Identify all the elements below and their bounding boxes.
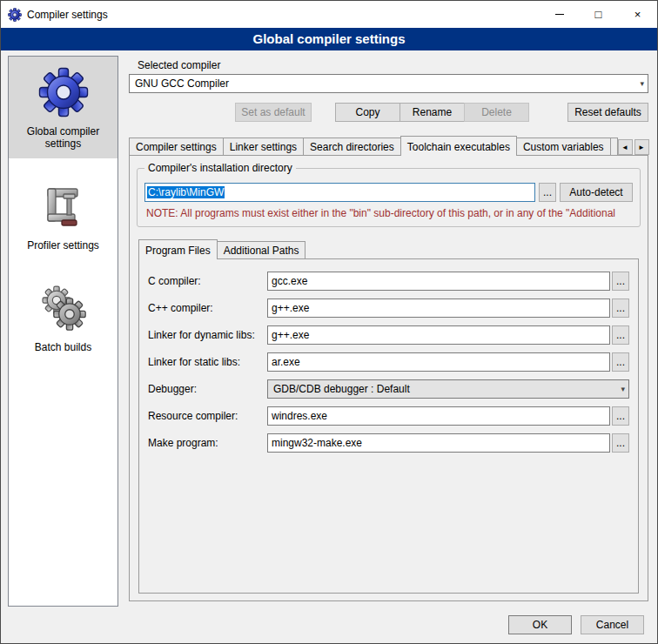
tab-scroll-right-button[interactable]: ►: [634, 139, 649, 155]
c-compiler-input[interactable]: [267, 272, 610, 291]
tab-scroll-left-button[interactable]: ◄: [618, 139, 633, 155]
tab-toolchain-executables[interactable]: Toolchain executables: [400, 136, 517, 156]
browse-resource-compiler-button[interactable]: ...: [612, 406, 629, 426]
cancel-button[interactable]: Cancel: [581, 615, 644, 634]
debugger-select-value: GDB/CDB debugger : Default: [273, 383, 617, 395]
linker-static-label: Linker for static libs:: [148, 356, 267, 368]
compiler-actions: Set as default Copy Rename Delete Reset …: [127, 103, 650, 122]
installation-directory-input[interactable]: C:\raylib\MinGW: [144, 183, 535, 202]
installation-directory-row: C:\raylib\MinGW ... Auto-detect: [144, 183, 633, 202]
toolchain-executables-page: Compiler's installation directory C:\ray…: [129, 155, 648, 601]
compiler-select-value: GNU GCC Compiler: [135, 77, 636, 90]
installation-directory-group-title: Compiler's installation directory: [144, 162, 296, 174]
tab-program-files[interactable]: Program Files: [138, 239, 218, 259]
minimize-icon: [555, 14, 564, 15]
main-tabstrip: Compiler settings Linker settings Search…: [127, 136, 650, 155]
linker-dynamic-input[interactable]: [267, 325, 610, 345]
settings-category-list: Global compiler settings Profiler settin…: [8, 56, 118, 607]
window-title: Compiler settings: [27, 9, 540, 21]
minimize-button[interactable]: [540, 1, 579, 28]
copy-button[interactable]: Copy: [335, 103, 400, 122]
installation-directory-group: Compiler's installation directory C:\ray…: [137, 168, 641, 227]
tab-search-directories[interactable]: Search directories: [303, 138, 401, 155]
debugger-label: Debugger:: [148, 383, 267, 395]
sidebar-item-global-compiler-settings[interactable]: Global compiler settings: [9, 57, 118, 158]
linker-static-row: Linker for static libs: ...: [148, 352, 629, 372]
compiler-select[interactable]: GNU GCC Compiler ▾: [129, 74, 648, 93]
c-compiler-label: C compiler:: [148, 275, 267, 287]
browse-cpp-compiler-button[interactable]: ...: [612, 299, 629, 318]
chevron-down-icon: ▾: [636, 79, 644, 88]
chevron-down-icon: ▾: [617, 385, 625, 393]
selected-compiler-label: Selected compiler: [138, 59, 650, 71]
sidebar-item-label: Batch builds: [12, 341, 114, 353]
tab-compiler-settings[interactable]: Compiler settings: [129, 138, 224, 155]
reset-defaults-button[interactable]: Reset defaults: [567, 103, 648, 122]
linker-dynamic-label: Linker for dynamic libs:: [148, 329, 267, 341]
browse-make-program-button[interactable]: ...: [612, 433, 629, 453]
make-program-input[interactable]: [267, 433, 610, 453]
dialog-body: Global compiler settings Profiler settin…: [1, 50, 657, 607]
gear-icon: [38, 67, 89, 117]
delete-button[interactable]: Delete: [464, 103, 529, 122]
main-panel: Selected compiler GNU GCC Compiler ▾ Set…: [118, 56, 650, 607]
browse-linker-dynamic-button[interactable]: ...: [612, 325, 629, 345]
auto-detect-button[interactable]: Auto-detect: [560, 183, 633, 202]
browse-linker-static-button[interactable]: ...: [612, 352, 629, 372]
app-gear-icon: [8, 8, 22, 22]
bin-subdirectory-note: NOTE: All programs must exist either in …: [146, 207, 633, 219]
maximize-button[interactable]: □: [579, 1, 618, 28]
browse-installation-directory-button[interactable]: ...: [539, 183, 556, 202]
cpp-compiler-label: C++ compiler:: [148, 302, 267, 314]
set-as-default-button[interactable]: Set as default: [235, 103, 312, 122]
cpp-compiler-row: C++ compiler: ...: [148, 299, 629, 318]
debugger-select[interactable]: GDB/CDB debugger : Default ▾: [267, 379, 629, 399]
close-icon: ×: [634, 8, 641, 21]
sub-tabstrip: Program Files Additional Paths: [137, 239, 641, 258]
installation-directory-value: C:\raylib\MinGW: [147, 186, 225, 198]
ok-button[interactable]: OK: [508, 615, 572, 634]
clamp-icon: [38, 181, 89, 231]
resource-compiler-input[interactable]: [267, 406, 610, 426]
resource-compiler-row: Resource compiler: ...: [148, 406, 629, 426]
compiler-settings-window: Compiler settings □ × Global compiler se…: [0, 0, 658, 644]
rename-button[interactable]: Rename: [400, 103, 465, 122]
program-files-page: C compiler: ... C++ compiler: ... Linker…: [138, 258, 639, 594]
make-program-row: Make program: ...: [148, 433, 629, 453]
titlebar: Compiler settings □ ×: [1, 1, 657, 28]
linker-static-input[interactable]: [267, 352, 610, 372]
close-button[interactable]: ×: [618, 1, 657, 28]
make-program-label: Make program:: [148, 437, 267, 449]
sidebar-item-label: Profiler settings: [12, 239, 114, 252]
debugger-row: Debugger: GDB/CDB debugger : Default ▾: [148, 379, 629, 399]
resource-compiler-label: Resource compiler:: [148, 410, 267, 422]
browse-c-compiler-button[interactable]: ...: [612, 272, 629, 291]
tab-linker-settings[interactable]: Linker settings: [223, 138, 304, 155]
stacked-gears-icon: [38, 283, 89, 333]
c-compiler-row: C compiler: ...: [148, 272, 629, 291]
page-title: Global compiler settings: [1, 28, 657, 50]
dialog-footer: OK Cancel: [1, 607, 657, 643]
sidebar-item-profiler-settings[interactable]: Profiler settings: [9, 171, 118, 260]
cpp-compiler-input[interactable]: [267, 299, 610, 318]
tab-custom-variables[interactable]: Custom variables: [516, 138, 611, 155]
sidebar-item-label: Global compiler settings: [12, 125, 114, 150]
sidebar-item-batch-builds[interactable]: Batch builds: [9, 272, 118, 362]
tab-build-options[interactable]: Buil: [610, 138, 618, 155]
tab-additional-paths[interactable]: Additional Paths: [217, 241, 306, 258]
tab-scroll-buttons: ◄ ►: [618, 139, 649, 155]
maximize-icon: □: [595, 8, 602, 21]
linker-dynamic-row: Linker for dynamic libs: ...: [148, 325, 629, 345]
